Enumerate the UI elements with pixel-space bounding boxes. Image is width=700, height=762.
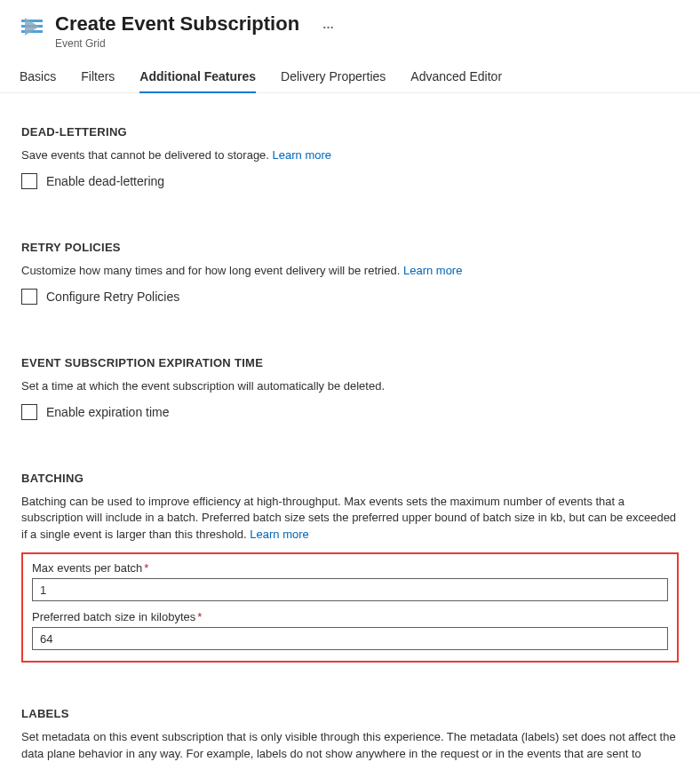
checkbox-label: Enable dead-lettering <box>46 174 164 188</box>
enable-expiration-checkbox[interactable] <box>21 404 37 420</box>
event-grid-icon <box>20 14 44 39</box>
batch-size-input[interactable] <box>32 627 668 650</box>
page-subtitle: Event Grid <box>55 37 680 50</box>
section-desc: Save events that cannot be delivered to … <box>21 148 269 162</box>
section-labels: LABELS Set metadata on this event subscr… <box>21 707 679 762</box>
tab-additional-features[interactable]: Additional Features <box>139 69 256 92</box>
learn-more-link[interactable]: Learn more <box>250 528 308 541</box>
tab-advanced-editor[interactable]: Advanced Editor <box>410 69 502 92</box>
batching-highlight-box: Max events per batch* Preferred batch si… <box>21 552 679 663</box>
learn-more-link[interactable]: Learn more <box>403 264 462 277</box>
section-retry-policies: RETRY POLICIES Customize how many times … <box>21 241 679 305</box>
enable-dead-lettering-checkbox[interactable] <box>21 173 37 189</box>
section-batching: BATCHING Batching can be used to improve… <box>21 472 679 663</box>
section-title: EVENT SUBSCRIPTION EXPIRATION TIME <box>21 356 679 369</box>
section-dead-lettering: DEAD-LETTERING Save events that cannot b… <box>21 125 679 189</box>
batch-size-label: Preferred batch size in kilobytes <box>32 610 195 623</box>
page-header: Create Event Subscription … Event Grid <box>0 0 700 57</box>
section-desc: Batching can be used to improve efficien… <box>21 495 676 542</box>
max-events-label: Max events per batch <box>32 561 142 575</box>
section-desc: Customize how many times and for how lon… <box>21 264 400 277</box>
tab-filters[interactable]: Filters <box>81 69 115 92</box>
tab-basics[interactable]: Basics <box>20 69 56 92</box>
configure-retry-checkbox[interactable] <box>21 289 37 305</box>
section-desc: Set metadata on this event subscription … <box>21 729 679 762</box>
tab-bar: Basics Filters Additional Features Deliv… <box>0 57 700 93</box>
checkbox-label: Configure Retry Policies <box>46 290 179 304</box>
page-title: Create Event Subscription <box>55 12 299 36</box>
svg-rect-0 <box>21 20 43 22</box>
section-title: BATCHING <box>21 472 679 485</box>
section-expiration: EVENT SUBSCRIPTION EXPIRATION TIME Set a… <box>21 356 679 420</box>
tab-delivery-properties[interactable]: Delivery Properties <box>281 69 386 92</box>
section-desc: Set a time at which the event subscripti… <box>21 378 679 395</box>
checkbox-label: Enable expiration time <box>46 405 170 419</box>
more-icon[interactable]: … <box>322 18 335 31</box>
max-events-input[interactable] <box>32 578 668 601</box>
section-title: RETRY POLICIES <box>21 241 679 254</box>
required-asterisk: * <box>144 561 148 575</box>
section-title: LABELS <box>21 707 679 720</box>
section-title: DEAD-LETTERING <box>21 125 679 139</box>
learn-more-link[interactable]: Learn more <box>273 148 331 162</box>
required-asterisk: * <box>197 610 202 623</box>
